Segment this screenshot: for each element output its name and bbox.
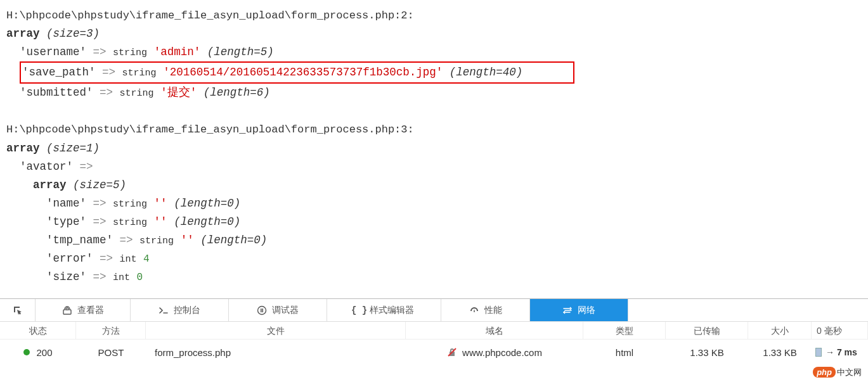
tab-performance[interactable]: 性能: [441, 299, 530, 321]
svg-point-0: [258, 306, 266, 314]
tab-label: 网络: [578, 305, 595, 316]
watermark-cn: 中文网: [837, 367, 862, 377]
type-label: int: [120, 254, 137, 265]
length-badge: (length=5): [207, 46, 274, 58]
key-tmp-name: 'tmp_name': [46, 234, 113, 246]
value-save-path: '20160514/20160514223633573737f1b30cb.jp…: [163, 66, 443, 79]
file-path-2: H:\phpcode\phpstudy\iframe_file_asyn_upl…: [6, 124, 414, 136]
value-tmp-name: '': [181, 234, 194, 246]
value-type: '': [154, 215, 167, 228]
type-label: int: [113, 272, 130, 283]
type-label: string: [113, 48, 147, 58]
length-badge: (length=0): [174, 197, 240, 210]
value-size: 0: [137, 272, 143, 283]
page-body: H:\phpcode\phpstudy\iframe_file_asyn_upl…: [0, 0, 868, 298]
arrow-icon: =>: [93, 271, 107, 283]
tab-console[interactable]: 控制台: [131, 299, 229, 321]
type-label: string: [120, 88, 154, 99]
insecure-lock-icon: [447, 347, 457, 357]
col-method[interactable]: 方法: [76, 322, 146, 340]
tab-pick-element[interactable]: [0, 299, 36, 321]
array-size: (size=5): [73, 179, 126, 191]
style-editor-icon: { }: [354, 305, 365, 315]
arrow-icon: =>: [102, 66, 115, 79]
svg-rect-1: [261, 309, 262, 312]
col-file[interactable]: 文件: [146, 322, 406, 340]
cell-type: html: [583, 340, 666, 365]
tab-label: 性能: [484, 305, 502, 316]
tab-network[interactable]: 网络: [530, 299, 628, 321]
devtools-panel: 查看器 控制台 调试器 { } 样式编辑器 性能: [0, 298, 868, 382]
key-error: 'error': [46, 252, 93, 265]
timeline-bar-icon: [815, 348, 822, 357]
watermark: php中文网: [813, 367, 862, 378]
time-value: → 7 ms: [826, 347, 857, 357]
network-row[interactable]: 200 POST form_process.php www.phpcode.co…: [0, 340, 868, 365]
col-type[interactable]: 类型: [583, 322, 666, 340]
status-code: 200: [36, 347, 52, 358]
value-name: '': [154, 197, 167, 210]
tab-label: 调试器: [272, 305, 299, 316]
cell-transferred: 1.33 KB: [666, 340, 748, 365]
tab-label: 样式编辑器: [370, 305, 414, 316]
type-label: string: [139, 236, 174, 246]
length-badge: (length=0): [200, 234, 267, 246]
value-submitted: '提交': [160, 86, 197, 99]
arrow-icon: =>: [100, 86, 113, 99]
array-size: (size=3): [46, 27, 100, 40]
inspector-icon: [62, 305, 72, 315]
cell-status: 200: [0, 340, 76, 365]
tab-label: 控制台: [174, 305, 200, 316]
cell-size: 1.33 KB: [748, 340, 812, 365]
cell-domain: www.phpcode.com: [406, 340, 583, 365]
col-status[interactable]: 状态: [0, 322, 76, 340]
domain-text: www.phpcode.com: [462, 347, 542, 358]
array-keyword: array: [6, 142, 40, 155]
cell-file: form_process.php: [146, 340, 406, 365]
arrow-icon: =>: [93, 215, 107, 228]
console-icon: [159, 305, 169, 315]
network-headers: 状态 方法 文件 域名 类型 已传输 大小 0 毫秒: [0, 322, 868, 340]
array-keyword: array: [6, 27, 40, 40]
length-badge: (length=40): [450, 66, 523, 79]
value-username: 'admin': [154, 46, 201, 58]
cell-method: POST: [76, 340, 146, 365]
key-type: 'type': [46, 215, 86, 228]
array-keyword: array: [33, 179, 67, 191]
key-submitted: 'submitted': [20, 86, 93, 99]
var-dump-1: H:\phpcode\phpstudy\iframe_file_asyn_upl…: [6, 6, 862, 286]
key-size: 'size': [46, 271, 86, 283]
performance-icon: [469, 305, 479, 315]
arrow-icon: =>: [93, 197, 107, 210]
tab-inspector[interactable]: 查看器: [36, 299, 131, 321]
debugger-icon: [257, 305, 267, 315]
col-timeline[interactable]: 0 毫秒: [812, 322, 868, 340]
tab-debugger[interactable]: 调试器: [229, 299, 327, 321]
watermark-php: php: [813, 367, 836, 378]
array-size: (size=1): [46, 142, 100, 155]
key-avator: 'avator': [20, 160, 73, 173]
type-label: string: [113, 217, 147, 228]
type-label: string: [122, 68, 157, 79]
arrow-icon: =>: [120, 234, 133, 246]
value-error: 4: [143, 253, 150, 265]
key-username: 'username': [20, 46, 86, 58]
highlight-box: 'save_path' => string '20160514/20160514…: [20, 61, 574, 84]
status-ok-icon: [23, 349, 30, 355]
arrow-icon: =>: [80, 160, 93, 173]
col-domain[interactable]: 域名: [406, 322, 583, 340]
key-save-path: 'save_path': [22, 66, 96, 79]
col-transferred[interactable]: 已传输: [666, 322, 748, 340]
svg-rect-2: [262, 309, 264, 312]
key-name: 'name': [46, 197, 86, 210]
pick-element-icon: [13, 305, 23, 315]
file-path-1: H:\phpcode\phpstudy\iframe_file_asyn_upl…: [6, 10, 414, 22]
network-icon: [562, 305, 573, 315]
col-size[interactable]: 大小: [748, 322, 812, 340]
tab-style-editor[interactable]: { } 样式编辑器: [327, 299, 441, 321]
length-badge: (length=0): [174, 215, 240, 228]
type-label: string: [113, 199, 147, 210]
length-badge: (length=6): [204, 86, 270, 99]
cell-timeline: → 7 ms: [812, 340, 868, 365]
arrow-icon: =>: [93, 46, 107, 58]
